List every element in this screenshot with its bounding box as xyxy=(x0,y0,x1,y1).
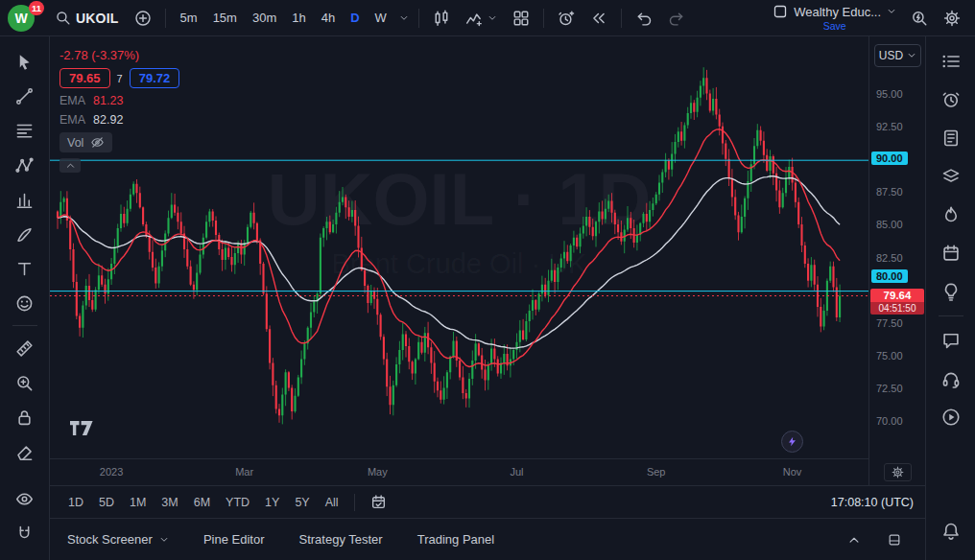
compare-add-symbol-button[interactable] xyxy=(128,4,158,33)
layout-menu[interactable]: Wealthy Educ... Save xyxy=(767,1,902,35)
chart-plot[interactable]: UKOIL · 1D Brent Crude Oil · UK -2.78 (-… xyxy=(50,36,868,458)
ema-fast-legend[interactable]: EMA 81.23 xyxy=(59,94,123,107)
eraser-tool-button[interactable] xyxy=(8,434,42,469)
brush-tool-button[interactable] xyxy=(8,217,42,251)
chart-style-button[interactable] xyxy=(426,4,457,33)
timeframe-30m[interactable]: 30m xyxy=(245,5,284,32)
indicators-button[interactable] xyxy=(459,4,504,33)
symbol-search-button[interactable]: UKOIL xyxy=(48,4,126,33)
price-scale[interactable]: USD 95.0092.5087.5085.0082.5077.5075.007… xyxy=(868,36,925,485)
streams-tool-button[interactable] xyxy=(934,398,968,436)
alerts-tool-button[interactable] xyxy=(934,81,968,119)
sell-button[interactable]: 79.65 xyxy=(59,68,110,88)
buy-button[interactable]: 79.72 xyxy=(130,68,180,88)
create-alert-button[interactable] xyxy=(551,4,582,33)
floating-badge-icon[interactable] xyxy=(781,431,803,453)
currency-label: USD xyxy=(879,49,903,62)
ideas-tool-button[interactable] xyxy=(934,272,968,311)
save-button[interactable]: Save xyxy=(823,20,846,32)
legend-collapse-button[interactable] xyxy=(59,158,81,173)
quick-search-button[interactable] xyxy=(904,4,935,33)
watchlist-tool-button[interactable] xyxy=(934,42,968,81)
level-price-badge[interactable]: 80.00 xyxy=(871,269,908,283)
lock-tool-button[interactable] xyxy=(8,400,42,434)
range-all[interactable]: All xyxy=(319,492,345,513)
undo-button[interactable] xyxy=(629,4,659,33)
search-icon xyxy=(55,10,71,26)
news-tool-button[interactable] xyxy=(934,119,968,157)
emoji-tool-button[interactable] xyxy=(8,286,42,320)
server-clock[interactable]: 17:08:10 (UTC) xyxy=(831,496,914,509)
show-hide-tool-button[interactable] xyxy=(8,481,42,516)
ema-label: EMA xyxy=(59,94,85,107)
range-buttons: 1D5D1M3M6MYTD1Y5YAll xyxy=(61,492,345,513)
calendar-tool-button[interactable] xyxy=(934,234,968,272)
timeframe-dropdown-button[interactable] xyxy=(396,4,412,33)
fib-retracement-tool-button[interactable] xyxy=(8,113,42,148)
tab-stock-screener[interactable]: Stock Screener xyxy=(67,532,169,547)
expand-panel-button[interactable] xyxy=(881,525,908,554)
cursor-tool-button[interactable] xyxy=(8,44,42,79)
range-5y[interactable]: 5Y xyxy=(288,492,316,513)
timeframe-d[interactable]: D xyxy=(343,5,367,32)
notifications-tool-button[interactable] xyxy=(934,512,968,550)
tradingview-logo[interactable] xyxy=(69,420,94,440)
bar-projection-tool-button[interactable] xyxy=(8,182,42,217)
range-6m[interactable]: 6M xyxy=(187,492,217,513)
cursor-icon xyxy=(15,53,34,71)
text-icon xyxy=(15,260,34,278)
ema-slow-legend[interactable]: EMA 82.92 xyxy=(59,113,123,127)
bar-replay-button[interactable] xyxy=(583,4,614,33)
magnet-tool-button[interactable] xyxy=(8,516,42,550)
magnet-icon xyxy=(15,525,34,543)
range-5d[interactable]: 5D xyxy=(92,492,121,513)
app-logo[interactable]: W 11 xyxy=(8,4,36,33)
tab-trading-panel[interactable]: Trading Panel xyxy=(417,532,494,547)
text-tool-button[interactable] xyxy=(8,251,42,286)
xabcd-pattern-tool-button[interactable] xyxy=(8,148,42,182)
help-tool-button[interactable] xyxy=(934,360,968,398)
go-to-date-button[interactable] xyxy=(364,488,393,517)
range-1d[interactable]: 1D xyxy=(61,492,90,513)
chat-tool-button[interactable] xyxy=(934,321,968,360)
layout-name: Wealthy Educ... xyxy=(794,5,881,19)
eye-off-icon xyxy=(90,135,105,150)
alerts-icon xyxy=(941,90,961,109)
currency-selector[interactable]: USD xyxy=(874,44,921,67)
ema-label: EMA xyxy=(59,113,85,127)
hotlists-icon xyxy=(941,205,961,224)
level-price-badge[interactable]: 90.00 xyxy=(871,152,908,165)
object-tree-tool-button[interactable] xyxy=(934,157,968,196)
timeframe-5m[interactable]: 5m xyxy=(173,5,205,32)
drawing-toolbar xyxy=(0,36,50,560)
time-axis[interactable]: 2023MarMayJulSepNov xyxy=(50,458,868,485)
settings-button[interactable] xyxy=(937,4,967,33)
tab-strategy-tester[interactable]: Strategy Tester xyxy=(298,532,382,547)
hotlists-tool-button[interactable] xyxy=(934,196,968,234)
timeframe-15m[interactable]: 15m xyxy=(205,5,245,32)
last-price-badge: 79.6404:51:50 xyxy=(870,289,924,315)
trend-line-tool-button[interactable] xyxy=(8,79,42,113)
layout-grid-button[interactable] xyxy=(506,4,536,33)
volume-legend[interactable]: Vol xyxy=(59,132,112,152)
time-tick: Nov xyxy=(783,466,802,478)
bar-countdown: 04:51:50 xyxy=(870,302,924,315)
time-tick: 2023 xyxy=(100,466,123,478)
eraser-icon xyxy=(15,443,34,461)
collapse-panel-button[interactable] xyxy=(841,525,868,554)
ruler-tool-button[interactable] xyxy=(8,331,42,365)
range-1y[interactable]: 1Y xyxy=(258,492,286,513)
tab-pine-editor[interactable]: Pine Editor xyxy=(203,532,265,547)
range-1m[interactable]: 1M xyxy=(123,492,153,513)
timeframe-w[interactable]: W xyxy=(368,5,394,32)
timeframe-1h[interactable]: 1h xyxy=(284,5,313,32)
timeframe-group: 5m15m30m1h4hDW xyxy=(173,5,394,32)
timeframe-4h[interactable]: 4h xyxy=(314,5,343,32)
indicators-icon xyxy=(465,10,483,27)
redo-button[interactable] xyxy=(661,4,692,33)
range-3m[interactable]: 3M xyxy=(155,492,184,513)
axis-settings-button[interactable] xyxy=(884,463,912,481)
zoom-icon xyxy=(15,374,34,392)
zoom-tool-button[interactable] xyxy=(8,365,42,400)
range-ytd[interactable]: YTD xyxy=(219,492,256,513)
